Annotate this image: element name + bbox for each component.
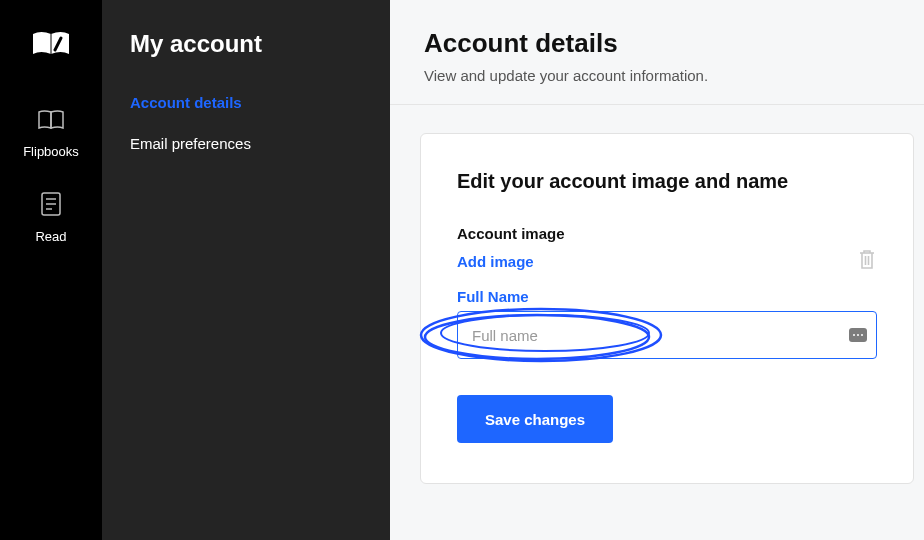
page-title: Account details: [424, 28, 890, 59]
edit-card: Edit your account image and name Account…: [420, 133, 914, 484]
sidebar-item-account-details[interactable]: Account details: [130, 94, 362, 111]
full-name-input[interactable]: [457, 311, 877, 359]
flipbook-icon: [36, 108, 66, 136]
card-title: Edit your account image and name: [457, 170, 877, 193]
full-name-label: Full Name: [457, 288, 877, 305]
sidebar-item-email-preferences[interactable]: Email preferences: [130, 135, 362, 152]
sidebar-title: My account: [130, 30, 362, 58]
rail-item-label: Flipbooks: [23, 144, 79, 159]
page-subtitle: View and update your account information…: [424, 67, 890, 84]
app-logo: [31, 28, 71, 60]
sidebar: My account Account details Email prefere…: [102, 0, 390, 540]
rail-item-label: Read: [35, 229, 66, 244]
add-image-link[interactable]: Add image: [457, 253, 534, 270]
main-header: Account details View and update your acc…: [390, 0, 924, 105]
trash-icon[interactable]: [857, 248, 877, 274]
read-icon: [40, 191, 62, 221]
rail-item-read[interactable]: Read: [35, 191, 66, 244]
password-manager-icon[interactable]: [849, 328, 867, 342]
save-button[interactable]: Save changes: [457, 395, 613, 443]
icon-rail: Flipbooks Read: [0, 0, 102, 540]
rail-item-flipbooks[interactable]: Flipbooks: [23, 108, 79, 159]
account-image-label: Account image: [457, 225, 877, 242]
main: Account details View and update your acc…: [390, 0, 924, 540]
